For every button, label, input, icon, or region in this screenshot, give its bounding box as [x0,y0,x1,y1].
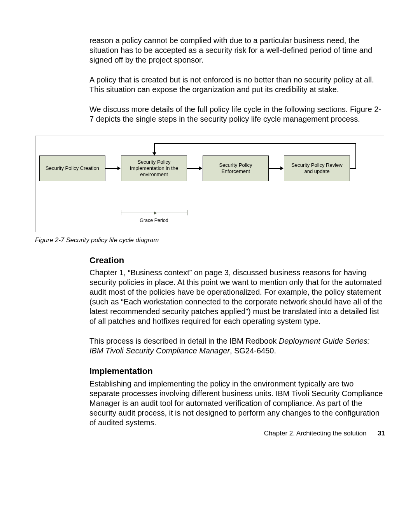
brace-arrow-icon [154,211,157,215]
heading-creation: Creation [89,255,385,266]
arrow-line [187,168,200,169]
box-implementation: Security Policy Implementation in the en… [121,156,187,181]
grace-period-label: Grace Period [131,218,177,224]
figure-caption: Figure 2-7 Security policy life cycle di… [35,236,385,244]
figure-caption-prefix: Figure 2-7 [35,236,66,243]
paragraph: Establishing and implementing the policy… [89,379,385,428]
text: , SG24-6450. [230,346,276,355]
feedback-line [355,143,356,168]
arrow-line [105,168,118,169]
arrow-head-icon [280,166,284,170]
box-creation: Security Policy Creation [39,156,105,181]
arrow-head-icon [199,166,202,170]
figure-caption-text: Security policy life cycle diagram [66,236,159,243]
page: reason a policy cannot be complied with … [0,0,420,461]
feedback-line [154,143,356,144]
footer-chapter: Chapter 2. Architecting the solution [264,430,367,437]
paragraph: This process is described in detail in t… [89,336,385,356]
paragraph: reason a policy cannot be complied with … [89,36,385,65]
arrow-line [269,168,282,169]
paragraph: Chapter 1, “Business context” on page 3,… [89,268,385,326]
section-creation: Creation Chapter 1, “Business context” o… [89,255,385,356]
brace-tick [187,210,187,215]
text: This process is described in detail in t… [89,337,279,345]
heading-implementation: Implementation [89,366,385,377]
figure-2-7: Security Policy Creation Security Policy… [35,136,385,244]
paragraph: A policy that is created but is not enfo… [89,75,385,94]
paragraph: We discuss more details of the full poli… [89,105,385,124]
figure-canvas: Security Policy Creation Security Policy… [35,136,384,232]
feedback-line [154,143,155,153]
box-review: Security Policy Review and update [284,156,350,181]
page-footer: Chapter 2. Architecting the solution 31 [264,429,385,437]
arrow-head-icon [117,166,121,170]
feedback-line [350,168,356,169]
section-implementation: Implementation Establishing and implemen… [89,366,385,428]
box-enforcement: Security Policy Enforcement [203,156,269,181]
footer-page-number: 31 [378,430,385,437]
top-text-block: reason a policy cannot be complied with … [89,36,385,124]
arrow-head-icon [152,152,156,156]
